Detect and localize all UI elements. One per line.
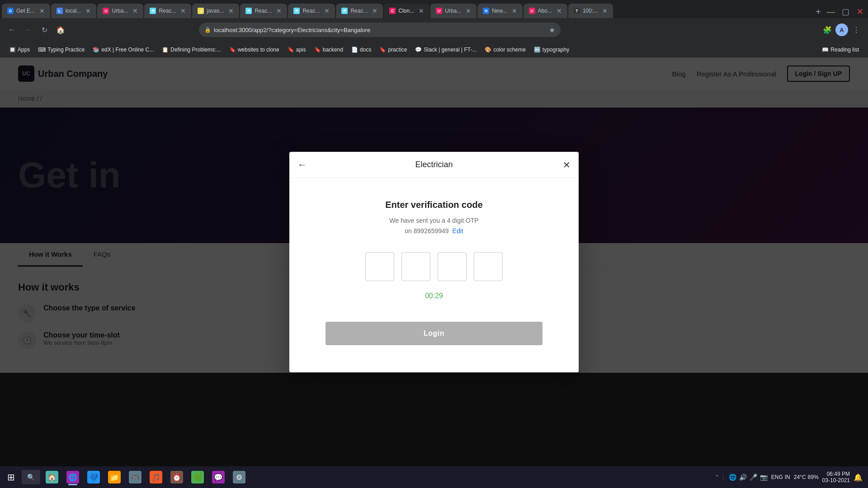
browser-tab-t13[interactable]: T 100:... ✕ xyxy=(568,4,613,18)
browser-tab-t11[interactable]: N New... ✕ xyxy=(477,4,522,18)
notification-icon[interactable]: 🔔 xyxy=(854,473,863,482)
tab-close-t13[interactable]: ✕ xyxy=(602,7,608,14)
modal-back-button[interactable]: ← xyxy=(297,160,307,170)
volume-icon: 🔊 xyxy=(739,474,747,481)
bookmark-icon-0: 🔲 xyxy=(9,47,16,53)
bookmark-item-7[interactable]: 📄docs xyxy=(348,46,375,54)
chevron-up-icon[interactable]: ⌃ xyxy=(715,474,719,480)
tab-label-t2: local... xyxy=(66,8,81,14)
otp-digit-4[interactable] xyxy=(474,252,503,281)
tab-close-t1[interactable]: ✕ xyxy=(39,7,45,14)
taskbar-app-slack[interactable]: 💬 xyxy=(208,468,228,486)
otp-sent-text-line2: on 8992659949 xyxy=(405,227,448,235)
bookmark-item-2[interactable]: 📚edX | Free Online C... xyxy=(89,46,157,54)
otp-digit-2[interactable] xyxy=(401,252,430,281)
new-tab-button[interactable]: + xyxy=(812,5,825,18)
tab-close-t11[interactable]: ✕ xyxy=(512,7,517,14)
restore-button[interactable]: ▢ xyxy=(839,5,852,18)
bookmark-item-11[interactable]: 🔤typography xyxy=(530,46,573,54)
home-button[interactable]: 🏠 xyxy=(54,23,67,36)
bookmark-label-8: practice xyxy=(388,47,407,53)
browser-tab-t8[interactable]: R Reac... ✕ xyxy=(336,4,383,18)
tab-close-t9[interactable]: ✕ xyxy=(419,7,424,14)
bookmark-item-1[interactable]: ⌨Typing Practice xyxy=(34,46,88,54)
taskbar-search[interactable]: 🔍 xyxy=(22,470,40,484)
taskbar-app-settings[interactable]: ⚙ xyxy=(229,468,249,486)
profile-icon[interactable]: A xyxy=(835,23,848,36)
tab-close-t7[interactable]: ✕ xyxy=(324,7,330,14)
bookmark-icon-7: 📄 xyxy=(351,47,358,53)
bookmark-item-8[interactable]: 🔖practice xyxy=(376,46,410,54)
tab-close-t3[interactable]: ✕ xyxy=(132,7,138,14)
bookmark-label-11: typography xyxy=(542,47,569,53)
taskbar-app-clock[interactable]: ⏰ xyxy=(167,468,187,486)
forward-button[interactable]: → xyxy=(22,23,34,36)
bookmark-item-6[interactable]: 🔖backend xyxy=(311,46,347,54)
reading-list-icon: 📖 xyxy=(822,47,829,53)
tab-close-t10[interactable]: ✕ xyxy=(466,7,471,14)
minimize-button[interactable]: — xyxy=(825,5,837,18)
browser-tab-t9[interactable]: C Clon... ✕ xyxy=(384,4,429,18)
taskbar-app-notes[interactable]: 🌿 xyxy=(188,468,208,486)
tab-label-t1: Get E... xyxy=(16,8,35,14)
address-text: localhost:3000/app2/?category=Electricia… xyxy=(214,27,546,33)
extensions-icon[interactable]: 🧩 xyxy=(821,23,834,36)
bookmark-item-4[interactable]: 🔖websites to clone xyxy=(226,46,283,54)
taskbar-app-vscode[interactable]: 💙 xyxy=(84,468,104,486)
menu-button[interactable]: ⋮ xyxy=(850,23,863,36)
close-button[interactable]: ✕ xyxy=(854,5,866,18)
otp-digit-1[interactable] xyxy=(365,252,394,281)
bookmark-icon-8: 🔖 xyxy=(379,47,386,53)
start-button[interactable]: ⊞ xyxy=(2,468,20,486)
taskbar-app-fileexplorer[interactable]: 📁 xyxy=(104,468,124,486)
browser-tab-t5[interactable]: J javas... ✕ xyxy=(192,4,239,18)
browser-tab-t4[interactable]: R Reac... ✕ xyxy=(144,4,191,18)
bookmark-item-9[interactable]: 💬Slack | general | FT-... xyxy=(411,46,480,54)
bookmark-item-0[interactable]: 🔲Apps xyxy=(5,46,33,54)
tab-close-t6[interactable]: ✕ xyxy=(276,7,282,14)
bookmark-item-12[interactable]: 📖Reading list xyxy=(818,46,863,54)
otp-input-container xyxy=(365,252,503,281)
browser-tab-t12[interactable]: U Abo... ✕ xyxy=(524,4,567,18)
taskbar-app-browser1[interactable]: 🌐 xyxy=(63,468,83,486)
bookmark-icon-5: 🔖 xyxy=(288,47,294,53)
tab-close-t2[interactable]: ✕ xyxy=(85,7,91,14)
bookmark-label-12: Reading list xyxy=(830,47,859,53)
app-icon-5: 🎵 xyxy=(150,471,162,483)
taskbar-app-home[interactable]: 🏠 xyxy=(42,468,62,486)
otp-digit-3[interactable] xyxy=(438,252,467,281)
modal-close-button[interactable]: ✕ xyxy=(563,160,571,170)
login-submit-button[interactable]: Login xyxy=(326,322,542,345)
bookmark-item-10[interactable]: 🎨color scheme xyxy=(481,46,529,54)
bookmark-label-10: color scheme xyxy=(493,47,525,53)
back-button[interactable]: ← xyxy=(5,23,18,36)
address-input[interactable]: 🔒 localhost:3000/app2/?category=Electric… xyxy=(199,23,561,37)
sys-tray: ⌃ xyxy=(711,474,723,480)
taskbar-app-game[interactable]: 🎮 xyxy=(125,468,145,486)
browser-tab-t2[interactable]: L local... ✕ xyxy=(51,4,97,18)
taskbar-sys-icons: 🌐 🔊 🎤 📷 xyxy=(729,474,768,481)
app-icon-8: 💬 xyxy=(212,471,225,483)
tab-close-t8[interactable]: ✕ xyxy=(372,7,377,14)
bookmark-label-7: docs xyxy=(360,47,371,53)
network-icon: 🌐 xyxy=(729,474,736,481)
tab-close-t12[interactable]: ✕ xyxy=(557,7,562,14)
tab-bar: G Get E... ✕ L local... ✕ U Urba... ✕ R … xyxy=(0,0,868,18)
tab-close-t4[interactable]: ✕ xyxy=(180,7,186,14)
taskbar-app-music[interactable]: 🎵 xyxy=(146,468,166,486)
date-display: 03-10-2021 xyxy=(822,477,850,483)
browser-tab-t7[interactable]: R Reac... ✕ xyxy=(288,4,335,18)
bookmark-label-3: Defining Problems:... xyxy=(170,47,221,53)
taskbar-apps: 🏠🌐💙📁🎮🎵⏰🌿💬⚙ xyxy=(42,468,711,486)
reload-button[interactable]: ↻ xyxy=(38,23,51,36)
bookmark-item-5[interactable]: 🔖apis xyxy=(284,46,310,54)
browser-tab-t3[interactable]: U Urba... ✕ xyxy=(97,4,143,18)
browser-tab-t10[interactable]: U Urba... ✕ xyxy=(430,4,476,18)
bookmark-label-0: Apps xyxy=(18,47,30,53)
edit-phone-link[interactable]: Edit xyxy=(453,227,463,235)
browser-tab-t1[interactable]: G Get E... ✕ xyxy=(2,4,50,18)
tab-close-t5[interactable]: ✕ xyxy=(228,7,234,14)
search-icon: 🔍 xyxy=(27,474,35,481)
bookmark-item-3[interactable]: 📋Defining Problems:... xyxy=(158,46,224,54)
browser-tab-t6[interactable]: R Reac... ✕ xyxy=(240,4,287,18)
